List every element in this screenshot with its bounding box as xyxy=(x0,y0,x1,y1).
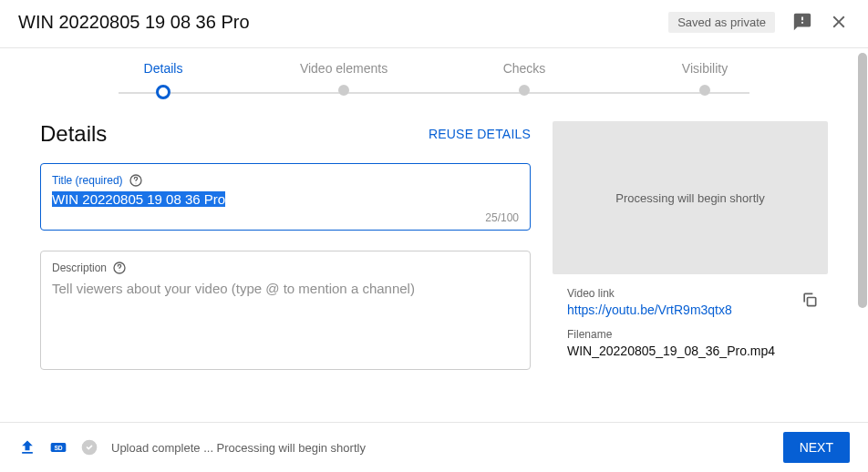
footer: SD Upload complete ... Processing will b… xyxy=(0,422,868,472)
upload-icon[interactable] xyxy=(18,438,36,457)
stepper: Details Video elements Checks Visibility xyxy=(0,48,868,99)
step-dot-icon xyxy=(156,85,170,99)
svg-point-3 xyxy=(119,271,120,272)
video-link-label: Video link xyxy=(567,287,813,300)
title-input-value[interactable]: WIN 20220805 19 08 36 Pro xyxy=(52,191,225,207)
step-label: Details xyxy=(73,61,253,76)
step-checks[interactable]: Checks xyxy=(434,61,615,99)
processing-text: Processing will begin shortly xyxy=(615,191,764,205)
section-title: Details xyxy=(40,121,429,147)
content-area: Details REUSE DETAILS Title (required) W… xyxy=(0,99,868,409)
filename-value: WIN_20220805_19_08_36_Pro.mp4 xyxy=(567,344,813,358)
description-placeholder: Tell viewers about your video (type @ to… xyxy=(52,281,519,296)
close-icon[interactable] xyxy=(828,11,850,33)
next-button[interactable]: NEXT xyxy=(783,432,850,463)
scrollbar[interactable] xyxy=(857,53,868,425)
video-link[interactable]: https://youtu.be/VrtR9m3qtx8 xyxy=(567,303,813,317)
title-label: Title (required) xyxy=(52,174,123,187)
description-field[interactable]: Description Tell viewers about your vide… xyxy=(40,251,531,370)
help-icon[interactable] xyxy=(129,173,143,188)
copy-icon[interactable] xyxy=(801,291,819,309)
title-field[interactable]: Title (required) WIN 20220805 19 08 36 P… xyxy=(40,163,531,231)
feedback-icon[interactable] xyxy=(791,11,813,33)
filename-label: Filename xyxy=(567,328,813,341)
step-visibility[interactable]: Visibility xyxy=(615,61,795,99)
svg-text:SD: SD xyxy=(54,445,62,451)
field-label-row: Title (required) xyxy=(52,173,519,188)
step-dot-icon xyxy=(699,85,710,96)
video-link-row: Video link https://youtu.be/VrtR9m3qtx8 xyxy=(553,285,828,326)
upload-status-text: Upload complete ... Processing will begi… xyxy=(111,441,783,455)
filename-row: Filename WIN_20220805_19_08_36_Pro.mp4 xyxy=(553,326,828,367)
scrollbar-thumb[interactable] xyxy=(858,53,867,308)
dialog-title: WIN 20220805 19 08 36 Pro xyxy=(18,12,668,33)
step-label: Video elements xyxy=(253,61,434,76)
details-column: Details REUSE DETAILS Title (required) W… xyxy=(40,121,531,409)
help-icon[interactable] xyxy=(112,261,127,275)
step-dot-icon xyxy=(338,85,349,96)
title-counter: 25/100 xyxy=(52,211,519,224)
reuse-details-button[interactable]: REUSE DETAILS xyxy=(429,127,531,141)
field-label-row: Description xyxy=(52,261,519,275)
step-label: Visibility xyxy=(615,61,795,76)
check-icon xyxy=(80,438,98,457)
preview-column: Processing will begin shortly Video link… xyxy=(553,121,828,409)
saved-status-badge: Saved as private xyxy=(668,12,775,33)
step-label: Checks xyxy=(434,61,615,76)
step-video-elements[interactable]: Video elements xyxy=(253,61,434,99)
step-dot-icon xyxy=(519,85,530,96)
step-details[interactable]: Details xyxy=(73,61,253,99)
svg-rect-4 xyxy=(808,298,816,306)
section-header: Details REUSE DETAILS xyxy=(40,121,531,147)
hd-icon[interactable]: SD xyxy=(49,438,67,457)
video-preview: Processing will begin shortly xyxy=(553,121,828,274)
description-label: Description xyxy=(52,262,107,274)
svg-point-1 xyxy=(135,183,136,184)
dialog-header: WIN 20220805 19 08 36 Pro Saved as priva… xyxy=(0,0,868,48)
